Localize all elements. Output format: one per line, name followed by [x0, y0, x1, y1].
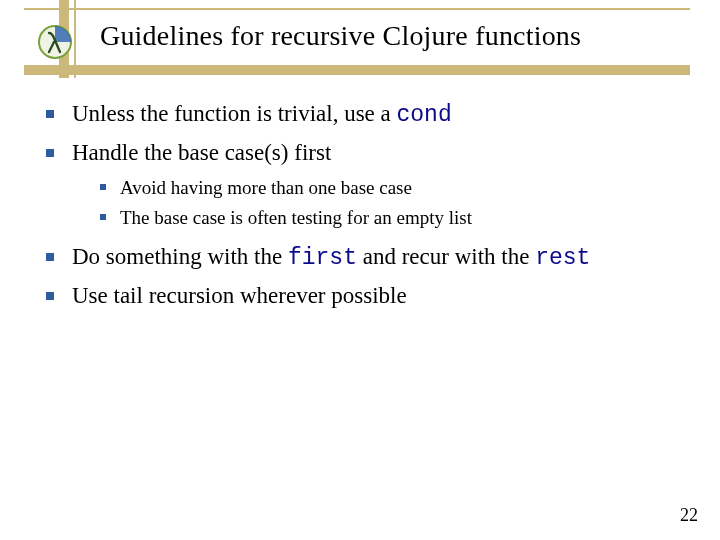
bullet-icon: [100, 214, 106, 220]
bullet-icon: [46, 110, 54, 118]
list-item: Use tail recursion wherever possible: [38, 280, 690, 311]
bullet-icon: [100, 184, 106, 190]
lambda-logo-icon: [37, 24, 73, 60]
list-item: Avoid having more than one base case: [94, 174, 690, 202]
list-item: Handle the base case(s) first: [38, 137, 690, 168]
slide-body: Unless the function is trivial, use a co…: [38, 92, 690, 317]
list-item-text: Avoid having more than one base case: [120, 177, 412, 198]
list-item-text: Do something with the first and recur wi…: [72, 244, 590, 269]
bullet-icon: [46, 253, 54, 261]
sublist: Avoid having more than one base case The…: [94, 174, 690, 231]
header-rule-bottom: [24, 65, 690, 75]
slide: Guidelines for recursive Clojure functio…: [0, 0, 720, 540]
slide-title: Guidelines for recursive Clojure functio…: [100, 20, 581, 52]
list-item: Unless the function is trivial, use a co…: [38, 98, 690, 131]
list-item: The base case is often testing for an em…: [94, 204, 690, 232]
list-item-text: Use tail recursion wherever possible: [72, 283, 407, 308]
list-item-text: The base case is often testing for an em…: [120, 207, 472, 228]
header-rule-top: [24, 8, 690, 10]
page-number: 22: [680, 505, 698, 526]
bullet-icon: [46, 292, 54, 300]
list-item: Do something with the first and recur wi…: [38, 241, 690, 274]
list-item-text: Handle the base case(s) first: [72, 140, 331, 165]
bullet-icon: [46, 149, 54, 157]
list-item-text: Unless the function is trivial, use a co…: [72, 101, 452, 126]
